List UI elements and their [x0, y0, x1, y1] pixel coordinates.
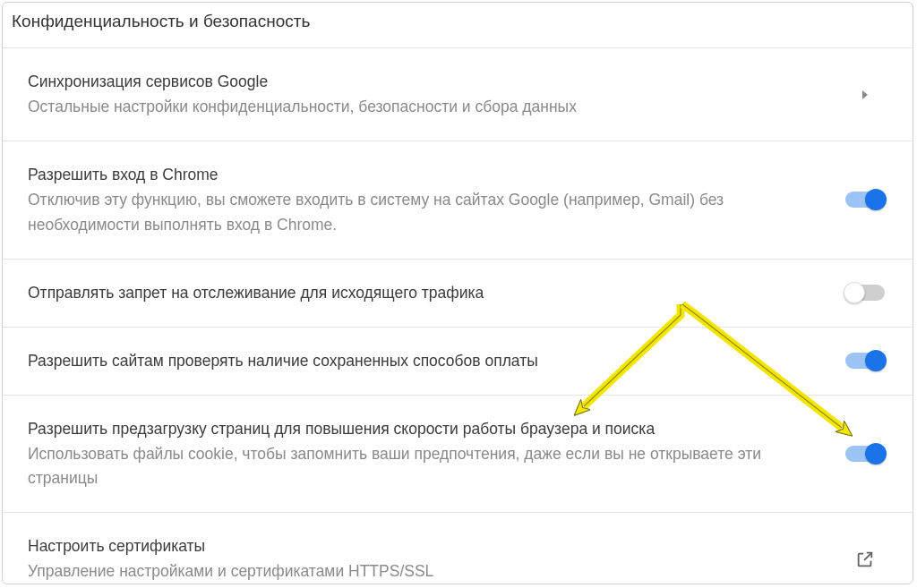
row-text: Разрешить предзагрузку страниц для повыш… — [28, 417, 843, 490]
row-payment-methods-check: Разрешить сайтам проверять наличие сохра… — [3, 327, 913, 395]
row-preload-pages: Разрешить предзагрузку страниц для повыш… — [3, 395, 913, 512]
chevron-right-icon — [843, 90, 887, 99]
toggle-do-not-track[interactable] — [845, 285, 885, 301]
row-subtitle: Отключив эту функцию, вы сможете входить… — [28, 188, 780, 236]
row-allow-chrome-signin: Разрешить вход в Chrome Отключив эту фун… — [3, 141, 913, 258]
row-title: Разрешить сайтам проверять наличие сохра… — [28, 349, 780, 373]
row-title: Отправлять запрет на отслеживание для ис… — [28, 281, 780, 305]
row-title: Разрешить предзагрузку страниц для повыш… — [28, 417, 780, 441]
toggle-preload-pages[interactable] — [845, 446, 885, 462]
row-sync-google-services[interactable]: Синхронизация сервисов Google Остальные … — [3, 47, 913, 141]
row-subtitle: Остальные настройки конфиденциальности, … — [28, 95, 780, 119]
row-subtitle: Использовать файлы cookie, чтобы запомни… — [28, 442, 780, 490]
row-title: Разрешить вход в Chrome — [28, 163, 780, 187]
row-subtitle: Управление настройками и сертификатами H… — [28, 559, 780, 584]
toggle-allow-chrome-signin[interactable] — [845, 192, 885, 208]
toggle-payment-methods-check[interactable] — [845, 353, 885, 369]
row-text: Разрешить вход в Chrome Отключив эту фун… — [28, 163, 843, 236]
row-manage-certificates[interactable]: Настроить сертификаты Управление настрой… — [3, 512, 913, 584]
section-title: Конфиденциальность и безопасность — [3, 3, 913, 47]
row-title: Синхронизация сервисов Google — [28, 70, 780, 94]
external-link-icon — [843, 550, 887, 569]
row-text: Отправлять запрет на отслеживание для ис… — [28, 281, 843, 305]
row-do-not-track: Отправлять запрет на отслеживание для ис… — [3, 259, 913, 327]
settings-panel: Конфиденциальность и безопасность Синхро… — [2, 2, 913, 584]
row-text: Настроить сертификаты Управление настрой… — [28, 534, 843, 584]
row-title: Настроить сертификаты — [28, 534, 780, 558]
row-text: Разрешить сайтам проверять наличие сохра… — [28, 349, 843, 373]
row-text: Синхронизация сервисов Google Остальные … — [28, 70, 843, 119]
